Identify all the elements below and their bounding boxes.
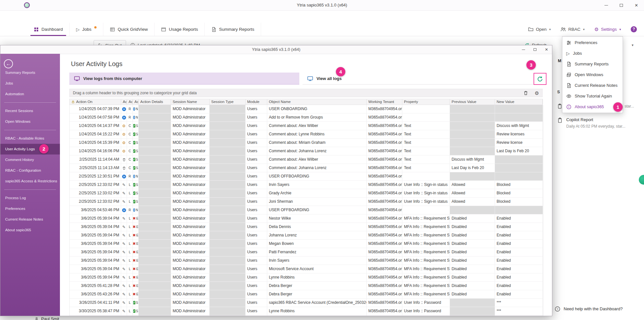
grid-row[interactable]: 1/24/2025 04:14:37 PM⚙C✓SMOD Administrat…: [70, 122, 543, 130]
open-menu-button[interactable]: Open▾: [528, 27, 551, 32]
sidebar-item-rbac-available-roles[interactable]: RBAC - Available Roles: [0, 133, 60, 144]
grid-row[interactable]: 2/25/2025 12:33:02 PM✎L✓SMOD Administrat…: [70, 181, 543, 189]
grid-row[interactable]: 2/25/2025 12:33:02 PM✎L✓SMOD Administrat…: [70, 189, 543, 198]
tab-dashboard[interactable]: Dashboard: [27, 23, 70, 36]
menu-item-current-release-notes[interactable]: Current Release Notes: [562, 80, 623, 91]
tab-summary-reports[interactable]: Summary Reports: [205, 23, 261, 36]
column-header-label: Property: [404, 99, 418, 105]
sidebar-item-recent-sessions[interactable]: Recent Sessions: [0, 106, 60, 116]
tab-quick-gridview[interactable]: Quick GridView: [103, 23, 155, 36]
grid-row[interactable]: 2/25/2025 12:30:51 PMRiNMOD Administrato…: [70, 172, 543, 181]
grid-row[interactable]: 1/24/2025 04:07:39 PMRiNMOD Administrato…: [70, 105, 543, 113]
menu-item-preferences[interactable]: Preferences: [562, 37, 623, 48]
grid-row[interactable]: 3/6/2025 05:39:04 PM✎L✖EMOD Administrato…: [70, 248, 543, 257]
close-icon[interactable]: ✕: [545, 47, 548, 52]
view-local-logs-tab[interactable]: View logs from this computer: [69, 73, 299, 85]
sidebar-item-current-release-notes[interactable]: Current Release Notes: [0, 214, 60, 225]
sidebar-item-summary-reports[interactable]: Summary Reports: [0, 67, 60, 78]
clear-grid-button[interactable]: [523, 90, 528, 96]
grid-settings-button[interactable]: ⚙: [535, 90, 539, 95]
grouping-hint-label: Drag a column header to this grouping zo…: [73, 91, 197, 95]
cell-module: Users: [246, 240, 267, 248]
grid-row[interactable]: 2/25/2025 11:14:13 AMC✓SMOD Administrato…: [70, 164, 543, 172]
grid-row[interactable]: 2/25/2025 12:33:02 PM✎L✓SMOD Administrat…: [70, 198, 543, 206]
sidebar-item-user-activity-logs[interactable]: User Activity Logs: [0, 144, 60, 154]
menu-item-jobs[interactable]: ▷Jobs: [562, 48, 623, 59]
column-header-previous-value[interactable]: Previous Value: [450, 99, 495, 105]
schedule-list-item[interactable]: [557, 103, 562, 109]
pencil-icon: ✎: [122, 250, 125, 254]
sidebar-item-sapio365-access-restrictions[interactable]: sapio365 Access & Restrictions: [0, 176, 60, 187]
maximize-icon[interactable]: [620, 4, 623, 7]
cell-session-type: [210, 139, 246, 147]
menu-item-show-tutorial-again[interactable]: Show Tutorial Again: [562, 91, 623, 101]
column-header-ac[interactable]: Ac...: [121, 99, 127, 105]
cell-action-details: [139, 265, 171, 273]
grid-row[interactable]: 3/6/2025 05:41:28 PM✎L✖EMOD Administrato…: [70, 282, 543, 290]
sidebar-item-open-windows[interactable]: Open Windows: [0, 116, 60, 127]
collapse-chevron-icon[interactable]: ▾: [632, 40, 634, 50]
dashboard-help-link[interactable]: Need help with the Dashboard?: [564, 306, 623, 311]
grid-row[interactable]: 3/6/2025 05:43:26 PM✎L✖EMOD Administrato…: [70, 290, 543, 299]
maximize-icon[interactable]: [534, 48, 536, 51]
success-icon: ✓: [133, 141, 135, 144]
close-icon[interactable]: ✕: [635, 3, 638, 8]
pencil-icon: ✎: [122, 234, 125, 237]
column-header-session-type[interactable]: Session Type: [210, 99, 246, 105]
copilot-report-item[interactable]: [557, 117, 563, 123]
minimize-icon[interactable]: [604, 5, 608, 6]
grid-row[interactable]: 3/6/2025 04:53:46 PMRiNMOD Administrator…: [70, 206, 543, 214]
minimize-icon[interactable]: [522, 49, 525, 50]
help-button[interactable]: ?: [631, 26, 637, 32]
help-question-icon: [555, 306, 560, 312]
grid-row[interactable]: 3/6/2025 05:39:04 PM✎L✖EMOD Administrato…: [70, 240, 543, 248]
sidebar-item-about-sapio365[interactable]: About sapio365: [0, 225, 60, 235]
grid-row[interactable]: 1/24/2025 04:15:39 PM⚙C✓SMOD Administrat…: [70, 139, 543, 147]
grid-row[interactable]: 2/25/2025 11:14:04 AMC✓SMOD Administrato…: [70, 155, 543, 164]
rbac-menu-button[interactable]: RBAC▾: [560, 27, 585, 32]
tab-jobs[interactable]: ▷Jobs: [70, 23, 103, 36]
grid-row[interactable]: 3/6/2025 05:39:04 PM✎L✖EMOD Administrato…: [70, 231, 543, 240]
settings-menu-button[interactable]: ⚙Settings▾: [594, 27, 621, 32]
user-activity-logs-window: Ytria sapio365 v3.1.0 (x64) ✕ ← Summary …: [0, 45, 552, 316]
grid-row[interactable]: 3/26/2025 04:41:11 PM✎L✓SMOD Administrat…: [70, 299, 543, 307]
cell-previous-value: Disabled: [450, 240, 495, 248]
grid-row[interactable]: 3/30/2025 05:38:47 PM✎L✓SMOD Administrat…: [70, 307, 543, 315]
back-button[interactable]: ←: [4, 59, 13, 68]
column-header-action-details[interactable]: Action Details: [139, 99, 171, 105]
grid-refresh-button[interactable]: [534, 73, 546, 85]
sidebar-item-jobs[interactable]: Jobs: [0, 78, 60, 89]
gear-icon: ⚙: [594, 27, 599, 32]
menu-item-open-windows[interactable]: Open Windows: [562, 69, 623, 80]
sidebar-item-rbac-configuration[interactable]: RBAC - Configuration: [0, 165, 60, 176]
floating-button-fragment[interactable]: [639, 175, 644, 185]
grid-row[interactable]: 3/6/2025 05:39:04 PM✎L✖EMOD Administrato…: [70, 265, 543, 273]
tab-usage-reports[interactable]: Usage Reports: [155, 23, 205, 36]
column-header-working-tenant[interactable]: Working Tenant: [367, 99, 402, 105]
grid-row[interactable]: 3/6/2025 05:39:04 PM✎L✖EMOD Administrato…: [70, 223, 543, 231]
grid-row[interactable]: 1/24/2025 04:15:22 PM⚙C✓SMOD Administrat…: [70, 130, 543, 139]
grid-row[interactable]: 3/6/2025 05:39:04 PM✎L✖EMOD Administrato…: [70, 214, 543, 223]
column-header-new-value[interactable]: New Value: [495, 99, 543, 105]
grouping-zone[interactable]: Drag a column header to this grouping zo…: [69, 89, 543, 97]
column-header-object-name[interactable]: Object Name: [267, 99, 367, 105]
column-header-ac[interactable]: Ac...: [133, 99, 139, 105]
grid-row[interactable]: 1/24/2025 04:07:58 PMRiNMOD Administrato…: [70, 113, 543, 122]
cell-action-letter: R: [127, 113, 133, 121]
column-header-action-on[interactable]: Action On: [70, 99, 121, 105]
sidebar-item-preferences[interactable]: Preferences: [0, 203, 60, 214]
cell-action-icon: ✎: [121, 231, 127, 239]
cell-action-icon: ✎: [121, 299, 127, 307]
grid-row[interactable]: 3/30/2025 05:38:47 PM✎L✓SMOD Administrat…: [70, 315, 543, 316]
sidebar-item-process-log[interactable]: Process Log: [0, 193, 60, 203]
column-header-ac[interactable]: Ac...: [127, 99, 133, 105]
sidebar-item-comment-history[interactable]: Comment History: [0, 154, 60, 165]
grid-row[interactable]: 3/6/2025 05:39:04 PM✎L✖EMOD Administrato…: [70, 273, 543, 282]
column-header-property[interactable]: Property: [402, 99, 450, 105]
sidebar-item-automation[interactable]: Automation: [0, 89, 60, 99]
menu-item-summary-reports[interactable]: Summary Reports: [562, 59, 623, 69]
grid-row[interactable]: 3/6/2025 05:39:04 PM✎L✖EMOD Administrato…: [70, 257, 543, 265]
column-header-module[interactable]: Module: [246, 99, 267, 105]
column-header-session-name[interactable]: Session Name: [171, 99, 210, 105]
grid-row[interactable]: 1/24/2025 04:16:06 PM⚙C✓SMOD Administrat…: [70, 147, 543, 155]
